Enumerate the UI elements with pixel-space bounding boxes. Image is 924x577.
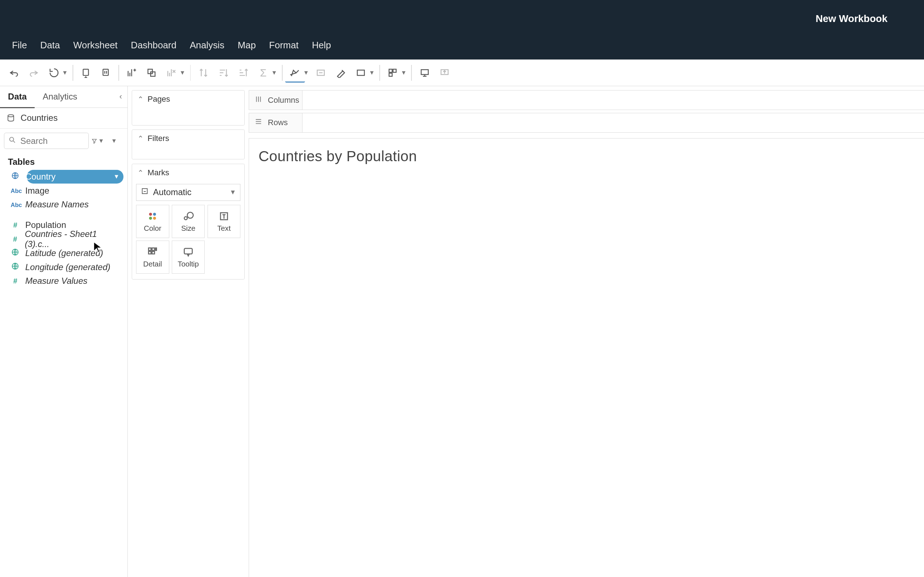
main-area: Data Analytics ‹ Countries ▼ ▼ Tables ▼C…	[0, 86, 924, 577]
svg-rect-26	[152, 248, 155, 251]
sort-desc-button[interactable]	[233, 63, 253, 82]
worksheet-title[interactable]: Countries by Population	[249, 139, 924, 171]
field-longitude-generated-[interactable]: Longitude (generated)	[3, 260, 124, 274]
undo-button[interactable]	[4, 63, 24, 82]
field-image[interactable]: AbcImage	[3, 184, 124, 198]
marks-detail-button[interactable]: Detail	[136, 240, 169, 274]
new-worksheet-button[interactable]	[122, 63, 142, 82]
globe-icon	[10, 262, 20, 272]
field-label: Country	[25, 172, 56, 182]
clear-button[interactable]	[162, 63, 181, 82]
mark-type-dropdown[interactable]: Automatic ▼	[136, 184, 241, 201]
svg-point-18	[149, 213, 152, 216]
svg-point-12	[8, 115, 14, 117]
redo-button[interactable]	[24, 63, 44, 82]
titlebar: New Workbook Publish As... ▼ Colten Woo …	[0, 0, 924, 37]
filters-card[interactable]: ⌃Filters	[132, 129, 245, 160]
chevron-down-icon[interactable]: ▼	[113, 173, 119, 180]
filter-fields-button[interactable]: ▼	[91, 133, 106, 149]
marks-size-button[interactable]: Size	[172, 205, 205, 238]
menu-format[interactable]: Format	[262, 37, 305, 53]
svg-point-23	[187, 212, 194, 218]
marks-text-button[interactable]: Text	[208, 205, 241, 238]
hash-icon: #	[10, 221, 20, 229]
pages-label: Pages	[148, 95, 170, 104]
viz-canvas: Countries by Population Drop field here	[249, 138, 924, 577]
collapse-icon[interactable]: ⌃	[137, 168, 144, 177]
labels-button[interactable]	[311, 63, 331, 82]
field-latitude-generated-[interactable]: Latitude (generated)	[3, 246, 124, 260]
menu-map[interactable]: Map	[231, 37, 262, 53]
svg-rect-28	[149, 252, 151, 254]
rows-label: Rows	[268, 118, 288, 127]
columns-label: Columns	[268, 95, 299, 105]
chevron-down-icon[interactable]: ▼	[401, 69, 406, 76]
svg-rect-6	[389, 69, 393, 73]
globe-icon	[10, 172, 20, 181]
collapse-icon[interactable]: ⌃	[137, 134, 144, 143]
datasource-icon	[6, 114, 15, 122]
color-label: Color	[144, 224, 162, 233]
text-label: Text	[217, 224, 231, 233]
filters-label: Filters	[148, 134, 169, 143]
data-sidebar: Data Analytics ‹ Countries ▼ ▼ Tables ▼C…	[0, 86, 128, 577]
svg-rect-8	[389, 73, 393, 76]
field-label: Longitude (generated)	[25, 262, 110, 272]
field-measure-names[interactable]: AbcMeasure Names	[3, 198, 124, 212]
menu-analysis[interactable]: Analysis	[183, 37, 231, 53]
search-icon	[8, 136, 16, 146]
collapse-icon[interactable]: ⌃	[137, 95, 144, 103]
menu-file[interactable]: File	[5, 37, 34, 53]
collapse-sidebar-button[interactable]: ‹	[114, 89, 128, 104]
columns-drop-zone[interactable]	[302, 90, 924, 110]
menu-worksheet[interactable]: Worksheet	[67, 37, 124, 53]
sidebar-tab-analytics[interactable]: Analytics	[35, 87, 85, 107]
new-datasource-button[interactable]	[76, 63, 96, 82]
show-cards-button[interactable]	[383, 63, 402, 82]
presentation-button[interactable]	[415, 63, 435, 82]
rows-drop-zone[interactable]	[302, 113, 924, 132]
svg-point-21	[153, 217, 156, 220]
share-button[interactable]	[435, 63, 454, 82]
abc-icon: Abc	[10, 187, 20, 195]
field-measure-values[interactable]: #Measure Values	[3, 274, 124, 288]
svg-rect-1	[103, 69, 108, 76]
chevron-down-icon[interactable]: ▼	[369, 69, 375, 76]
size-label: Size	[181, 224, 195, 233]
menu-dashboard[interactable]: Dashboard	[124, 37, 183, 53]
highlight-button[interactable]	[285, 63, 305, 82]
menu-help[interactable]: Help	[305, 37, 338, 53]
rows-shelf[interactable]: Rows	[249, 113, 924, 133]
menu-data[interactable]: Data	[34, 37, 66, 53]
svg-rect-7	[393, 69, 396, 73]
chevron-down-icon[interactable]: ▼	[303, 69, 309, 76]
fit-button[interactable]	[351, 63, 371, 82]
chevron-down-icon[interactable]: ▼	[271, 69, 277, 76]
columns-shelf[interactable]: Columns	[249, 90, 924, 110]
marks-tooltip-button[interactable]: Tooltip	[172, 240, 205, 274]
revert-button[interactable]	[44, 63, 64, 82]
marks-color-button[interactable]: Color	[136, 205, 169, 238]
field-menu-button[interactable]: ▼	[109, 133, 123, 149]
sort-asc-button[interactable]	[213, 63, 233, 82]
datasource-row[interactable]: Countries	[0, 108, 128, 129]
svg-rect-29	[152, 252, 155, 254]
field-countries-sheet1-3-c-[interactable]: #Countries - Sheet1 (3).c...	[3, 232, 124, 246]
pause-updates-button[interactable]	[96, 63, 115, 82]
swap-button[interactable]	[194, 63, 213, 82]
sidebar-tab-data[interactable]: Data	[0, 86, 35, 108]
search-field-box[interactable]	[4, 133, 89, 149]
marks-label: Marks	[148, 168, 169, 177]
field-country[interactable]: ▼Country	[3, 170, 124, 184]
annotate-button[interactable]	[331, 63, 351, 82]
pages-card[interactable]: ⌃Pages	[132, 90, 245, 126]
duplicate-button[interactable]	[142, 63, 162, 82]
totals-button[interactable]: Σ	[254, 63, 273, 82]
chevron-down-icon[interactable]: ▼	[179, 69, 185, 76]
chevron-down-icon[interactable]: ▼	[62, 69, 68, 76]
workbook-title: New Workbook	[816, 13, 888, 24]
search-input[interactable]	[20, 136, 84, 146]
rows-icon	[254, 118, 262, 128]
cards-column: ⌃Pages ⌃Filters ⌃Marks Automatic ▼ Color…	[128, 86, 249, 577]
viz-drop-zone[interactable]: Drop field here	[249, 171, 924, 577]
